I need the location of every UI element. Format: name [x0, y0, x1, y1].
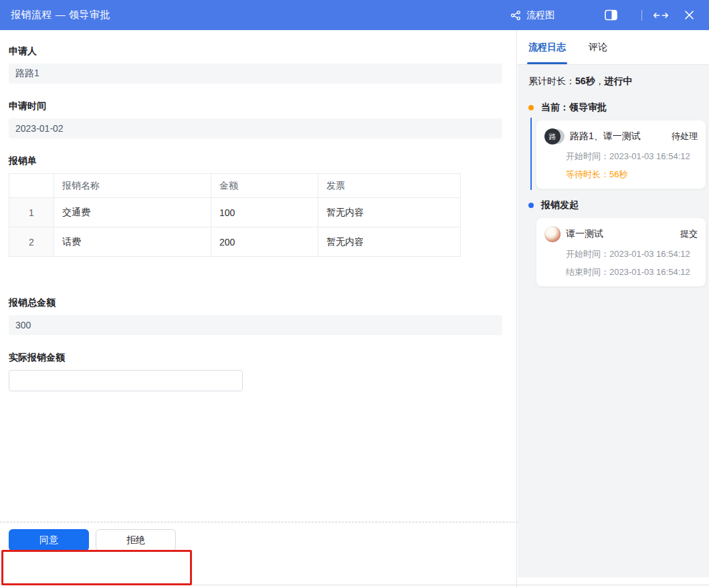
- form-area: 申请人 申请时间 报销单 报销名称 金额 发票 1 交通费 100 暂无内容: [0, 30, 517, 588]
- card-header-row: 谭一测试 提交: [544, 226, 698, 242]
- row-index: 1: [9, 198, 54, 227]
- expense-table: 报销名称 金额 发票 1 交通费 100 暂无内容 2 话费 200 暂无内容: [9, 173, 461, 257]
- table-row: 2 话费 200 暂无内容: [9, 227, 461, 257]
- actual-amount-label: 实际报销金额: [9, 352, 502, 364]
- avatar: 路: [544, 128, 561, 144]
- sidebar-toggle-icon[interactable]: [603, 7, 619, 23]
- process-log-body: 累计时长：56秒，进行中 当前：领导审批 路 路路1、谭一测试: [518, 65, 709, 577]
- apply-time-label: 申请时间: [9, 100, 502, 112]
- wait-duration-line: 等待时长：56秒: [544, 169, 698, 181]
- applicant-field: [9, 64, 502, 84]
- reject-button[interactable]: 拒绝: [96, 529, 176, 551]
- timeline-item-current: 当前：领导审批 路 路路1、谭一测试 待处理 开始时间：2023-01-03 1…: [528, 102, 705, 189]
- status-badge: 待处理: [672, 130, 698, 142]
- tab-comments[interactable]: 评论: [589, 30, 607, 64]
- drawer-header: 报销流程 — 领导审批 流程图: [0, 0, 709, 30]
- approve-button[interactable]: 同意: [9, 529, 89, 551]
- avatar: [544, 226, 561, 242]
- timeline-body: 谭一测试 提交 开始时间：2023-01-03 16:54:12 结束时间：20…: [528, 218, 705, 286]
- row-expense-name: 话费: [54, 227, 211, 257]
- process-panel: 流程日志 评论 累计时长：56秒，进行中 当前：领导审批 路: [518, 30, 709, 588]
- expense-table-header-row: 报销名称 金额 发票: [9, 174, 461, 198]
- toolbar-divider: [641, 10, 642, 21]
- apply-time-field: [9, 118, 502, 138]
- timeline-head: 当前：领导审批: [528, 102, 705, 114]
- share-icon: [510, 9, 522, 21]
- initiator-name: 谭一测试: [566, 228, 680, 240]
- flowchart-button[interactable]: 流程图: [510, 9, 554, 21]
- header-toolbar: 流程图: [510, 7, 697, 23]
- status-badge: 提交: [680, 228, 698, 240]
- panel-tabbar: 流程日志 评论: [518, 30, 709, 65]
- row-amount: 100: [211, 198, 318, 227]
- col-header-name: 报销名称: [54, 174, 211, 198]
- approval-card: 路 路路1、谭一测试 待处理 开始时间：2023-01-03 16:54:12 …: [536, 120, 706, 189]
- duration-summary: 累计时长：56秒，进行中: [528, 76, 705, 88]
- end-time-line: 结束时间：2023-01-03 16:54:12: [544, 266, 698, 278]
- page-title: 报销流程 — 领导审批: [11, 9, 110, 21]
- col-header-index: [9, 174, 54, 198]
- row-expense-name: 交通费: [54, 198, 211, 227]
- col-header-invoice: 发票: [318, 174, 461, 198]
- close-icon[interactable]: [681, 7, 697, 23]
- card-header-row: 路 路路1、谭一测试 待处理: [544, 128, 698, 144]
- flowchart-label: 流程图: [526, 9, 554, 21]
- row-invoice-placeholder: 暂无内容: [318, 227, 461, 257]
- timeline-dot-blue: [528, 203, 534, 208]
- timeline-body: 路 路路1、谭一测试 待处理 开始时间：2023-01-03 16:54:12 …: [528, 120, 705, 189]
- timeline-item-initiated: 报销发起 谭一测试 提交 开始时间：2023-01-03 16:54:12 结束…: [528, 199, 705, 286]
- duration-value: 56秒: [575, 76, 595, 86]
- row-index: 2: [9, 227, 54, 257]
- row-amount: 200: [211, 227, 318, 257]
- approval-drawer: 报销流程 — 领导审批 流程图: [0, 0, 709, 588]
- col-header-amount: 金额: [211, 174, 318, 198]
- timeline-head: 报销发起: [528, 199, 705, 211]
- initiation-card: 谭一测试 提交 开始时间：2023-01-03 16:54:12 结束时间：20…: [536, 218, 706, 286]
- row-invoice-placeholder: 暂无内容: [318, 198, 461, 227]
- table-row: 1 交通费 100 暂无内容: [9, 198, 461, 227]
- tab-process-log[interactable]: 流程日志: [528, 30, 566, 64]
- expense-table-label: 报销单: [9, 155, 502, 167]
- total-amount-field: [9, 315, 502, 335]
- footer-actions: 同意 拒绝: [9, 529, 176, 551]
- actual-amount-input[interactable]: [9, 370, 243, 391]
- timeline-dot-orange: [528, 105, 534, 110]
- timeline-title: 当前：领导审批: [541, 102, 607, 114]
- assignee-names: 路路1、谭一测试: [570, 130, 672, 142]
- total-amount-label: 报销总金额: [9, 297, 502, 309]
- avatar-stack: 路: [544, 128, 565, 144]
- window-bottom-edge: [0, 585, 709, 585]
- start-time-line: 开始时间：2023-01-03 16:54:12: [544, 248, 698, 260]
- applicant-label: 申请人: [9, 45, 502, 58]
- timeline-title: 报销发起: [541, 199, 579, 211]
- start-time-line: 开始时间：2023-01-03 16:54:12: [544, 151, 698, 163]
- resize-horizontal-icon[interactable]: [653, 7, 669, 23]
- status-in-progress: 进行中: [605, 76, 633, 86]
